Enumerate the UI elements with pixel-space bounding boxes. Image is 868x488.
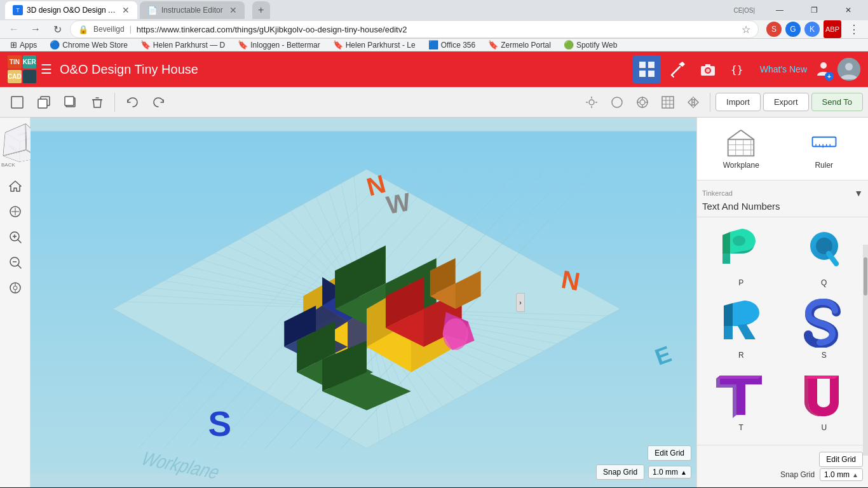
abp-extension[interactable]: ABP [824,20,841,38]
copy-button[interactable] [58,90,83,114]
shape-s[interactable]: S [785,295,864,362]
shape-s-label: S [822,351,827,360]
back-label: BACK [1,162,15,168]
shape-u[interactable]: U [785,367,864,435]
target-view-button[interactable] [631,91,654,114]
whats-new-button[interactable]: What's New [755,64,812,74]
bookmark-spotify-label: Spotify Web [576,41,617,50]
bookmark-spotify[interactable]: 🟢 Spotify Web [559,39,622,51]
zoom-in-button[interactable] [4,226,27,248]
bookmark-star-icon[interactable]: ☆ [742,24,750,36]
shape-u-image [799,370,850,421]
pickaxe-button[interactable] [663,55,691,83]
bookmark-helen2-label: Helen Parkhurst - Le [346,41,416,50]
bookmark-inloggen[interactable]: 🔖 Inloggen - Bettermar [233,39,325,51]
svg-line-125 [741,130,754,140]
bookmark-helen1[interactable]: 🔖 Helen Parkhurst — D [135,39,230,51]
grid-view-button[interactable] [633,55,661,83]
s1-extension[interactable]: S [766,22,782,37]
bookmark-office[interactable]: 🟦 Office 356 [423,39,480,51]
maximize-button[interactable]: ❐ [799,0,829,20]
workplane-card[interactable]: Workplane [702,123,780,175]
svg-rect-0 [639,62,646,68]
extensions-toolbar: S G K ABP ⋮ [766,20,863,38]
export-button[interactable]: Export [763,93,809,111]
home-view-button[interactable] [4,175,27,198]
redo-button[interactable] [147,90,171,114]
bookmark-zermelo-label: Zermelo Portal [501,41,551,50]
shape-q[interactable]: Q [785,222,864,290]
shape-t[interactable]: T [702,367,780,435]
shape-p-label: P [738,278,743,287]
light-button[interactable] [580,91,603,114]
perspective-button[interactable] [4,276,27,299]
undo-button[interactable] [120,90,144,114]
tab-tinkercad[interactable]: T 3D design O&O Design T… ✕ [5,1,137,19]
section-dropdown-arrow[interactable]: ▼ [854,188,863,198]
new-object-button[interactable] [5,90,29,114]
edit-grid-btn[interactable]: Edit Grid [819,452,863,467]
ruler-card[interactable]: Ruler [785,123,864,175]
svg-point-8 [706,69,710,72]
send-to-button[interactable]: Send To [811,93,863,111]
url-bar[interactable]: 🔒 Beveiligd | https://www.tinkercad.com/… [70,20,759,38]
bookmark-zermelo[interactable]: 🔖 Zermelo Portal [483,39,556,51]
user-avatar[interactable] [837,58,860,81]
shape-r[interactable]: R [702,295,780,362]
svg-point-137 [733,236,745,246]
tab2-close[interactable]: ✕ [229,5,237,15]
duplicate-button[interactable] [32,90,56,114]
hamburger-button[interactable]: ☰ [41,62,52,77]
bookmark-apps[interactable]: ⊞ Apps [5,39,42,51]
edit-grid-button[interactable]: Edit Grid [648,445,691,461]
panel-scrollbar[interactable] [863,245,868,456]
import-button[interactable]: Import [715,93,761,111]
fit-all-button[interactable] [4,200,27,223]
minimize-button[interactable]: — [765,0,794,20]
svg-line-5 [672,75,674,77]
security-label: Beveiligd [93,25,125,34]
svg-point-26 [612,97,622,107]
grid-button[interactable] [656,91,679,114]
svg-line-4 [672,67,680,75]
tab1-close[interactable]: ✕ [122,5,130,15]
snap-value-container: 1.0 mm ▲ [648,466,691,478]
delete-button[interactable] [85,90,109,114]
close-button[interactable]: ✕ [834,0,863,20]
lock-icon: 🔒 [78,25,88,34]
grid-controls: Edit Grid Snap Grid 1.0 mm ▲ [697,445,868,487]
panel-scroll-thumb[interactable] [864,257,867,295]
bookmark-chrome-web-store[interactable]: 🔵 Chrome Web Store [44,39,133,51]
zoom-out-button[interactable] [4,251,27,274]
shape-p[interactable]: P [702,222,780,290]
snap-dropdown-arrow[interactable]: ▲ [681,469,687,476]
main-area: LEFT TOP BACK LEFT [0,118,868,487]
bookmark-helen2[interactable]: 🔖 Helen Parkhurst - Le [328,39,421,51]
panel-collapse-button[interactable]: › [516,293,525,312]
chrome-menu-button[interactable]: ⋮ [845,20,863,38]
mirror-button[interactable] [682,91,705,114]
svg-rect-18 [65,97,74,105]
title-bar: T 3D design O&O Design T… ✕ 📄 Instructab… [0,0,868,20]
back-button[interactable]: ← [5,20,23,38]
camera-button[interactable] [694,55,722,83]
bookmark-helen1-label: Helen Parkhurst — D [153,41,225,50]
new-tab-button[interactable]: + [252,1,270,19]
shape-t-label: T [739,423,743,432]
shapes-grid: P [697,217,868,445]
snap-grid-up-arrow[interactable]: ▲ [852,471,858,478]
bookmark-inloggen-label: Inloggen - Bettermar [250,41,320,50]
account-button[interactable]: + [815,59,832,79]
refresh-button[interactable]: ↻ [48,20,66,38]
code-button[interactable]: {} [724,55,752,83]
svg-text:W: W [384,187,413,219]
canvas-area[interactable]: Workplane [31,118,696,487]
forward-button[interactable]: → [27,20,44,38]
circle-view-button[interactable] [606,91,628,114]
g-extension[interactable]: G [785,22,801,37]
k-extension[interactable]: K [804,22,820,37]
tab-instructable[interactable]: 📄 Instructable Editor ✕ [140,1,245,19]
svg-rect-14 [11,97,23,108]
3d-canvas: Workplane [31,118,696,487]
grid-icon [661,95,675,109]
